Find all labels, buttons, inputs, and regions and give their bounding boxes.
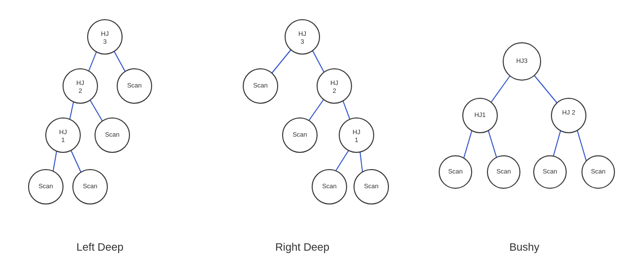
scan3-label-ld: Scan <box>38 182 53 190</box>
hj3-label-rd: HJ <box>298 30 306 37</box>
scan3-label-rd: Scan <box>322 182 337 190</box>
bushy-svg: HJ3 HJ1 HJ 2 Scan Scan Scan Scan <box>431 10 618 236</box>
scan4-label-bu: Scan <box>591 168 606 175</box>
hj2-label-ld: HJ <box>76 79 84 87</box>
hj1-label-ld: HJ <box>59 128 67 136</box>
scan4-label-rd: Scan <box>364 182 379 190</box>
left-deep-label: Left Deep <box>76 241 123 254</box>
hj1-num-rd: 1 <box>354 136 358 144</box>
hj3-num-rd: 3 <box>300 38 304 45</box>
right-deep-label: Right Deep <box>275 241 329 254</box>
hj2-label-rd: HJ <box>330 79 338 87</box>
hj1-label-bu: HJ1 <box>474 111 485 118</box>
hj1-num-ld: 1 <box>61 136 64 144</box>
left-deep-svg: HJ 3 HJ 2 Scan HJ 1 Scan Scan Scan <box>26 10 174 236</box>
hj1-label-rd: HJ <box>353 128 360 136</box>
scan2-label-ld: Scan <box>105 131 120 138</box>
scan3-label-bu: Scan <box>543 168 557 175</box>
bushy-section: HJ3 HJ1 HJ 2 Scan Scan Scan Scan Bushy <box>431 10 618 254</box>
right-deep-section: HJ 3 Scan HJ 2 Scan HJ 1 Scan Scan Right… <box>226 10 379 254</box>
scan4-label-ld: Scan <box>83 182 97 190</box>
scan1-label-bu: Scan <box>448 168 463 175</box>
main-container: HJ 3 HJ 2 Scan HJ 1 Scan Scan Scan Left … <box>0 0 644 261</box>
hj3-num-ld: 3 <box>103 38 106 45</box>
scan2-label-bu: Scan <box>496 168 511 175</box>
hj2-label-bu: HJ 2 <box>562 109 576 116</box>
hj2-num-rd: 2 <box>332 87 336 94</box>
left-deep-section: HJ 3 HJ 2 Scan HJ 1 Scan Scan Scan Left … <box>26 10 174 254</box>
scan2-label-rd: Scan <box>292 131 307 138</box>
hj2-num-ld: 2 <box>78 87 82 94</box>
bushy-label: Bushy <box>509 241 539 254</box>
scan1-label-rd: Scan <box>253 82 268 89</box>
hj3-label-ld: HJ <box>101 30 109 37</box>
hj3-label-bu: HJ3 <box>516 57 527 64</box>
scan1-label-ld: Scan <box>127 82 142 89</box>
right-deep-svg: HJ 3 Scan HJ 2 Scan HJ 1 Scan Scan <box>226 10 379 236</box>
